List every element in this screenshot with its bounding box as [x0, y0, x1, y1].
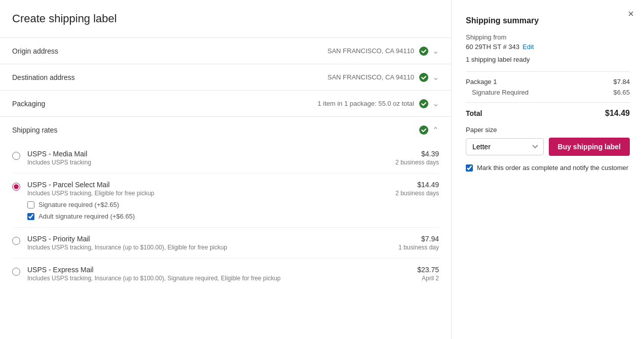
packaging-value: 1 item in 1 package: 55.0 oz total [317, 100, 414, 107]
rate-radio-parcel-select[interactable] [12, 183, 20, 191]
svg-point-3 [419, 125, 428, 135]
rate-radio-express-mail[interactable] [12, 268, 20, 276]
origin-check-icon [419, 47, 428, 56]
summary-package1-line: Package 1 $7.84 [466, 78, 630, 86]
rate-name-express-mail: USPS - Express Mail [27, 266, 417, 274]
destination-section-header[interactable]: Destination address SAN FRANCISCO, CA 94… [0, 64, 451, 90]
packaging-section-header[interactable]: Packaging 1 item in 1 package: 55.0 oz t… [0, 91, 451, 116]
summary-signature-line: Signature Required $6.65 [466, 89, 630, 96]
rate-price-parcel-select: $14.49 [395, 181, 439, 189]
destination-value: SAN FRANCISCO, CA 94110 [328, 73, 414, 81]
destination-check-icon [419, 73, 428, 82]
rate-days-priority-mail: 1 business day [398, 244, 439, 251]
svg-point-1 [419, 73, 428, 82]
rate-name-media-mail: USPS - Media Mail [27, 150, 395, 158]
close-button[interactable]: × [628, 8, 634, 20]
summary-package1-label: Package 1 [466, 78, 497, 86]
summary-package1-price: $7.84 [613, 78, 630, 86]
packaging-section: Packaging 1 item in 1 package: 55.0 oz t… [0, 90, 451, 116]
shipping-rates-chevron-icon: ⌄ [432, 125, 439, 135]
rate-name-priority-mail: USPS - Priority Mail [27, 235, 398, 243]
rate-info-priority-mail: USPS - Priority Mail Includes USPS track… [27, 235, 398, 251]
shipping-rates-section: Shipping rates ⌄ USPS - Media Mail Inclu… [0, 116, 451, 289]
rate-price-express-mail: $23.75 [417, 266, 439, 274]
rate-info-express-mail: USPS - Express Mail Includes USPS tracki… [27, 266, 417, 282]
rate-info-media-mail: USPS - Media Mail Includes USPS tracking [27, 150, 395, 166]
rate-price-media-mail: $4.39 [395, 150, 439, 158]
summary-address: 60 29TH ST # 343 [466, 43, 519, 51]
rate-item-media-mail: USPS - Media Mail Includes USPS tracking… [12, 143, 439, 174]
origin-value: SAN FRANCISCO, CA 94110 [328, 47, 414, 55]
rate-radio-media-mail[interactable] [12, 152, 20, 160]
rate-name-parcel-select: USPS - Parcel Select Mail [27, 181, 395, 189]
origin-chevron-icon: ⌄ [432, 46, 439, 56]
summary-divider-top [466, 71, 630, 72]
rate-days-media-mail: 2 business days [395, 159, 439, 166]
summary-shipping-from-label: Shipping from [466, 33, 630, 41]
addon-checkbox-adult-sig[interactable] [27, 213, 34, 220]
paper-size-select[interactable]: Letter 4x6 label [466, 138, 544, 155]
svg-point-2 [419, 99, 428, 108]
edit-address-link[interactable]: Edit [522, 43, 534, 51]
summary-title: Shipping summary [466, 16, 630, 25]
rate-items-list: USPS - Media Mail Includes USPS tracking… [0, 143, 451, 289]
rate-price-block-express-mail: $23.75 April 2 [417, 266, 439, 282]
notify-label: Mark this order as complete and notify t… [477, 164, 628, 172]
notify-row: Mark this order as complete and notify t… [466, 164, 630, 172]
rate-days-parcel-select: 2 business days [395, 190, 439, 197]
packaging-check-icon [419, 99, 428, 108]
modal-container: Create shipping label Origin address SAN… [0, 0, 644, 339]
rate-item-parcel-select: USPS - Parcel Select Mail Includes USPS … [12, 174, 439, 228]
addon-checkbox-sig-required[interactable] [27, 201, 34, 208]
rate-desc-priority-mail: Includes USPS tracking, Insurance (up to… [27, 244, 398, 251]
packaging-chevron-icon: ⌄ [432, 99, 439, 108]
origin-title: Origin address [12, 47, 328, 55]
origin-section-header[interactable]: Origin address SAN FRANCISCO, CA 94110 ⌄ [0, 38, 451, 64]
rate-price-priority-mail: $7.94 [398, 235, 439, 243]
rate-price-block-media-mail: $4.39 2 business days [395, 150, 439, 166]
summary-signature-price: $6.65 [613, 89, 630, 96]
packaging-title: Packaging [12, 100, 317, 108]
shipping-rates-header[interactable]: Shipping rates ⌄ [0, 117, 451, 143]
notify-checkbox[interactable] [466, 164, 473, 172]
rate-days-express-mail: April 2 [417, 275, 439, 282]
rate-price-block-parcel-select: $14.49 2 business days [395, 181, 439, 197]
rate-desc-express-mail: Includes USPS tracking, Insurance (up to… [27, 275, 417, 282]
right-panel: Shipping summary Shipping from 60 29TH S… [452, 0, 644, 339]
rate-item-express-mail: USPS - Express Mail Includes USPS tracki… [12, 259, 439, 289]
origin-section: Origin address SAN FRANCISCO, CA 94110 ⌄ [0, 37, 451, 64]
shipping-rates-title: Shipping rates [12, 126, 419, 134]
summary-total-price: $14.49 [605, 109, 630, 118]
summary-address-row: 60 29TH ST # 343 Edit [466, 43, 630, 51]
addon-row-adult-sig: Adult signature required (+$6.65) [27, 213, 395, 220]
paper-size-row: Letter 4x6 label Buy shipping label [466, 138, 630, 156]
modal-title: Create shipping label [0, 12, 451, 37]
left-panel: Create shipping label Origin address SAN… [0, 0, 452, 339]
summary-total-row: Total $14.49 [466, 109, 630, 118]
rate-desc-parcel-select: Includes USPS tracking, Eligible for fre… [27, 190, 395, 197]
summary-ready-label: 1 shipping label ready [466, 56, 630, 63]
summary-total-label: Total [466, 109, 482, 117]
destination-section: Destination address SAN FRANCISCO, CA 94… [0, 64, 451, 90]
destination-chevron-icon: ⌄ [432, 72, 439, 82]
rate-item-priority-mail: USPS - Priority Mail Includes USPS track… [12, 228, 439, 259]
shipping-rates-check-icon [419, 125, 428, 135]
buy-shipping-label-button[interactable]: Buy shipping label [549, 138, 630, 156]
rate-radio-priority-mail[interactable] [12, 237, 20, 245]
addon-label-adult-sig: Adult signature required (+$6.65) [38, 213, 135, 220]
svg-point-0 [419, 47, 428, 56]
rate-desc-media-mail: Includes USPS tracking [27, 159, 395, 166]
addon-label-sig-required: Signature required (+$2.65) [38, 201, 119, 208]
addon-row-sig-required: Signature required (+$2.65) [27, 201, 395, 208]
rate-info-parcel-select: USPS - Parcel Select Mail Includes USPS … [27, 181, 395, 220]
paper-size-label: Paper size [466, 126, 630, 134]
rate-price-block-priority-mail: $7.94 1 business day [398, 235, 439, 251]
summary-signature-label: Signature Required [472, 89, 529, 96]
destination-title: Destination address [12, 73, 328, 81]
summary-divider-bottom [466, 102, 630, 103]
